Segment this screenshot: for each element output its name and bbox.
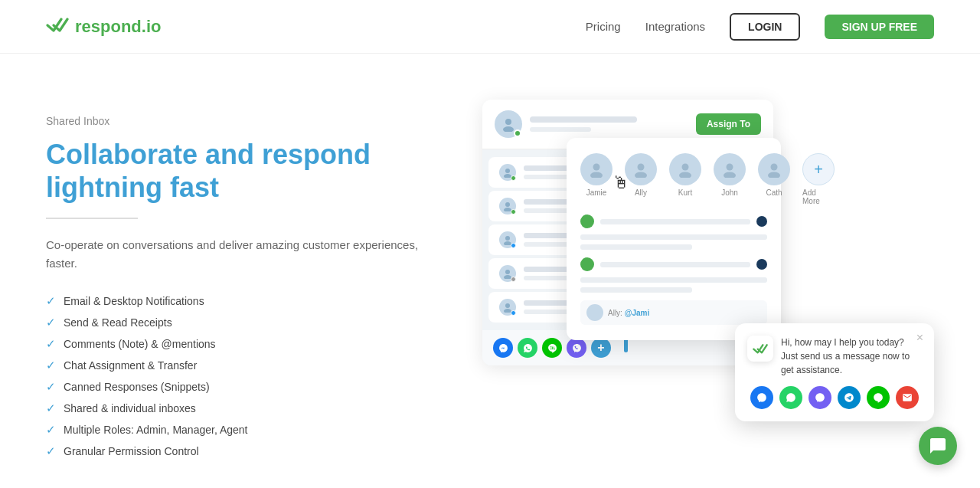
agents-row: Jamie Ally Kurt <box>580 153 767 205</box>
chat-avatar <box>499 164 516 181</box>
status-dot <box>511 243 516 248</box>
widget-email-icon[interactable] <box>896 386 919 409</box>
green-dot <box>580 215 594 228</box>
main-content: Shared Inbox Collaborate and respond lig… <box>0 54 980 488</box>
list-item: ✓Granular Permission Control <box>46 444 444 458</box>
agent-name: Ally <box>635 188 647 197</box>
login-button[interactable]: LOGIN <box>730 13 800 41</box>
nav-pricing[interactable]: Pricing <box>586 20 621 33</box>
agent-item: Cath <box>758 153 790 205</box>
list-item: ✓Shared & individual inboxes <box>46 401 444 415</box>
status-dot <box>511 277 516 282</box>
widget-messenger-icon[interactable] <box>750 386 773 409</box>
assign-panel-content: Ally: @Jami <box>580 215 767 325</box>
divider <box>46 218 138 219</box>
line-icon[interactable] <box>542 338 562 358</box>
mention-row: Ally: @Jami <box>580 300 767 325</box>
widget-viber-icon[interactable] <box>808 386 831 409</box>
svg-point-15 <box>635 172 647 178</box>
sub-text: Co-operate on conversations and deliver … <box>46 236 444 273</box>
nav-integrations[interactable]: Integrations <box>645 20 705 33</box>
widget-whatsapp-icon[interactable] <box>779 386 802 409</box>
logo-icon <box>46 15 69 38</box>
svg-point-10 <box>505 303 510 308</box>
signup-button[interactable]: SIGN UP FREE <box>825 15 934 39</box>
whatsapp-icon[interactable] <box>518 338 537 358</box>
check-icon: ✓ <box>46 423 56 437</box>
section-label: Shared Inbox <box>46 115 444 127</box>
agent-avatar <box>669 153 701 185</box>
header-lines <box>530 116 688 132</box>
widget-close-button[interactable]: × <box>916 331 923 345</box>
messenger-icon[interactable] <box>493 338 513 358</box>
svg-point-4 <box>505 202 510 207</box>
svg-point-13 <box>590 172 603 178</box>
check-icon: ✓ <box>46 294 56 308</box>
name-line <box>530 116 637 123</box>
add-more-icon[interactable]: + <box>802 153 835 185</box>
dark-dot <box>756 259 767 270</box>
chat-avatar <box>499 198 516 215</box>
chat-avatar <box>499 265 516 282</box>
floating-chat-button[interactable] <box>919 427 957 465</box>
check-icon: ✓ <box>46 444 56 458</box>
agent-item: Jamie <box>580 153 612 205</box>
check-icon: ✓ <box>46 380 56 394</box>
status-dot <box>511 209 516 215</box>
viber-icon[interactable] <box>567 338 586 358</box>
svg-point-1 <box>503 126 514 132</box>
widget-telegram-icon[interactable] <box>838 386 861 409</box>
illustration: Assign To <box>475 100 934 429</box>
widget-message: Hi, how may I help you today? Just send … <box>781 336 922 377</box>
list-item: ✓Canned Responses (Snippets) <box>46 380 444 394</box>
check-icon: ✓ <box>46 401 56 415</box>
svg-point-20 <box>771 164 778 171</box>
add-more-agent[interactable]: + Add More <box>802 153 835 205</box>
add-channel-icon[interactable]: + <box>591 338 611 358</box>
chat-avatar <box>499 299 516 316</box>
agent-name: Jamie <box>586 188 607 197</box>
widget-channels <box>747 386 922 409</box>
chat-avatar <box>499 231 516 248</box>
agent-avatar <box>758 153 790 185</box>
logo-text: respond.io <box>75 17 161 37</box>
svg-point-6 <box>505 236 510 241</box>
svg-point-21 <box>768 172 780 178</box>
online-indicator <box>514 129 521 137</box>
svg-point-12 <box>593 164 600 171</box>
green-dot <box>580 257 594 271</box>
agent-name: Cath <box>766 188 782 197</box>
chat-widget: × Hi, how may I help you today? Just sen… <box>735 323 934 421</box>
svg-point-19 <box>724 172 736 178</box>
headline: Collaborate and respond lightning fast <box>46 138 444 204</box>
status-dot <box>511 310 516 316</box>
add-more-label: Add More <box>802 188 835 205</box>
nav: Pricing Integrations LOGIN SIGN UP FREE <box>586 13 934 41</box>
list-item: ✓Email & Desktop Notifications <box>46 294 444 308</box>
svg-point-17 <box>679 172 691 178</box>
list-item: ✓Chat Assignment & Transfer <box>46 359 444 372</box>
left-column: Shared Inbox Collaborate and respond lig… <box>46 100 444 458</box>
agent-avatar <box>580 153 612 185</box>
svg-point-18 <box>727 164 733 171</box>
widget-logo <box>747 336 773 362</box>
widget-header: Hi, how may I help you today? Just send … <box>747 336 922 377</box>
check-icon: ✓ <box>46 337 56 351</box>
agent-name: John <box>721 188 738 197</box>
status-line <box>530 127 591 132</box>
header: respond.io Pricing Integrations LOGIN SI… <box>0 0 980 54</box>
feature-list: ✓Email & Desktop Notifications ✓Send & R… <box>46 294 444 458</box>
check-icon: ✓ <box>46 316 56 329</box>
logo: respond.io <box>46 15 161 38</box>
agent-name: Kurt <box>678 188 692 197</box>
svg-point-0 <box>505 119 511 125</box>
widget-line-icon[interactable] <box>867 386 890 409</box>
agent-item: John <box>714 153 746 205</box>
agent-item: Ally <box>625 153 657 205</box>
assign-panel: Jamie Ally Kurt <box>567 138 781 340</box>
check-icon: ✓ <box>46 359 56 372</box>
agent-avatar <box>625 153 657 185</box>
svg-point-8 <box>505 270 510 274</box>
cursor-icon: 🖱 <box>612 173 629 193</box>
assign-button[interactable]: Assign To <box>696 113 761 135</box>
